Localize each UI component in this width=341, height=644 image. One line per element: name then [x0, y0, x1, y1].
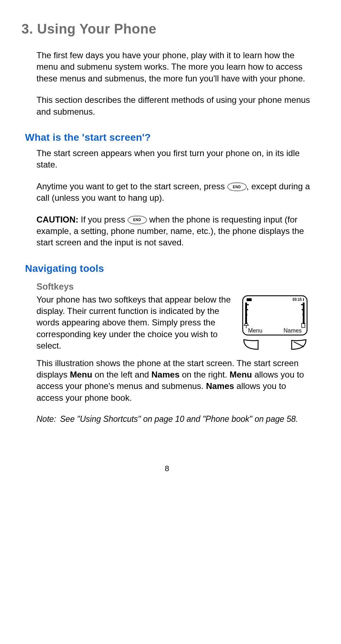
- text-fragment: on the left and: [92, 370, 151, 379]
- bold-names: Names: [152, 370, 180, 379]
- end-key-icon: END: [128, 216, 147, 224]
- text-fragment: If you press: [78, 215, 127, 224]
- svg-rect-6: [303, 303, 305, 324]
- caution-paragraph: CAUTION: If you press END when the phone…: [36, 214, 312, 249]
- softkeys-paragraph: Your phone has two softkeys that appear …: [36, 294, 234, 352]
- note-label: Note:: [36, 414, 60, 425]
- start-screen-paragraph-1: The start screen appears when you first …: [36, 148, 312, 171]
- text-fragment: Anytime you want to get to the start scr…: [36, 181, 227, 191]
- svg-rect-0: [245, 303, 247, 324]
- bold-menu: Menu: [70, 370, 92, 379]
- chapter-title: 3. Using Your Phone: [21, 21, 312, 37]
- left-softkey-icon: [244, 340, 258, 349]
- chapter-number: 3.: [21, 21, 33, 36]
- page-number: 8: [21, 464, 312, 473]
- softkeys-row: Your phone has two softkeys that appear …: [36, 294, 312, 358]
- softkey-left-label: Menu: [248, 328, 262, 334]
- bold-menu-2: Menu: [229, 370, 252, 379]
- start-screen-paragraph-2: Anytime you want to get to the start scr…: [36, 181, 312, 204]
- battery-icon: [247, 298, 252, 301]
- section-heading-navigating-tools: Navigating tools: [25, 263, 312, 274]
- intro-paragraph-1: The first few days you have your phone, …: [36, 50, 312, 84]
- clock-text: 03:15: [292, 298, 302, 301]
- bold-names-2: Names: [206, 381, 234, 391]
- note-block: Note: See "Using Shortcuts" on page 10 a…: [36, 414, 312, 425]
- phone-illustration: 03:15: [241, 294, 312, 356]
- intro-paragraph-2: This section describes the different met…: [36, 94, 312, 118]
- chapter-name: Using Your Phone: [37, 21, 157, 36]
- text-fragment: on the right.: [179, 370, 229, 379]
- caution-label: CAUTION:: [36, 215, 78, 224]
- softkey-right-label: Names: [283, 328, 302, 334]
- subsection-heading-softkeys: Softkeys: [36, 281, 312, 292]
- section-heading-start-screen: What is the 'start screen'?: [25, 132, 312, 143]
- end-key-icon: END: [227, 183, 247, 191]
- note-body: See "Using Shortcuts" on page 10 and "Ph…: [60, 414, 312, 425]
- illustration-paragraph: This illustration shows the phone at the…: [36, 358, 312, 404]
- document-page: 3. Using Your Phone The first few days y…: [0, 0, 341, 516]
